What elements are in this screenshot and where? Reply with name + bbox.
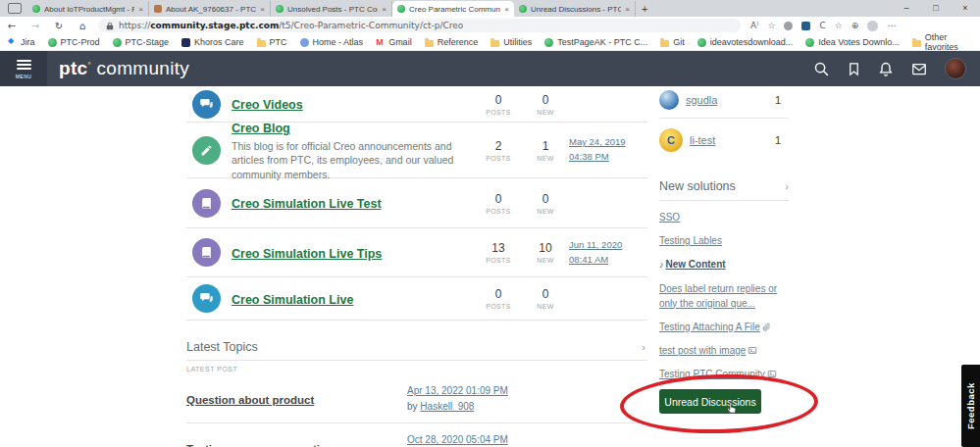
posts-count: 0: [475, 192, 522, 206]
browser-tab-unsolved-posts[interactable]: Unsolved Posts - PTC Communi... ×: [271, 1, 392, 17]
browser-tab-creo-parametric-active[interactable]: Creo Parametric Community - P... ×: [392, 1, 514, 17]
avatar[interactable]: [659, 90, 679, 110]
bookmarks-bar: Jira PTC-Prod PTC-Stage Khoros Care PTC …: [0, 34, 980, 51]
forum-link[interactable]: Creo Videos: [232, 98, 303, 112]
refresh-icon[interactable]: ↻: [47, 21, 71, 31]
home-icon[interactable]: ⌂: [71, 21, 94, 31]
close-tab-icon[interactable]: ×: [625, 5, 630, 14]
chevron-right-icon[interactable]: ›: [785, 180, 789, 192]
collections-icon[interactable]: C: [819, 21, 825, 30]
back-icon[interactable]: ←: [0, 21, 24, 31]
solution-link-does-label-return[interactable]: Does label return replies or only the or…: [659, 281, 789, 311]
topic-date-link[interactable]: Oct 28, 2020 05:04 PM: [407, 434, 508, 445]
forward-icon[interactable]: →: [24, 21, 47, 31]
bookmark-home-atlas[interactable]: Home - Atlas: [300, 37, 364, 47]
bookmark-label: Git: [673, 37, 685, 47]
last-post-date: Jun 11, 202008:41 AM: [569, 238, 647, 267]
chevron-right-icon[interactable]: ›: [642, 341, 645, 353]
solution-link-new-content[interactable]: ♪New Content: [659, 257, 789, 273]
browser-tab-unread-discussions[interactable]: Unread Discussions - PTC Comm... ×: [514, 1, 636, 17]
browser-profile-avatar[interactable]: [867, 21, 878, 31]
tab-manager-icon[interactable]: [8, 3, 22, 14]
close-window-icon[interactable]: ×: [951, 0, 980, 17]
url-input[interactable]: https://community.stage.ptc.com/t5/Creo-…: [98, 19, 741, 32]
bookmark-ptc-stage[interactable]: PTC-Stage: [113, 37, 170, 47]
bookmark-gmail[interactable]: Gmail: [376, 37, 412, 47]
forum-link[interactable]: Creo Simulation Live Test: [232, 197, 382, 211]
new-count: 0: [522, 192, 569, 206]
solution-link-testing-attaching-a-file[interactable]: Testing Attaching A File: [659, 320, 789, 334]
forum-link[interactable]: Creo Simulation Live: [232, 293, 353, 307]
user-avatar[interactable]: [945, 58, 966, 79]
extension-icon[interactable]: [784, 22, 793, 30]
tab-title: About AK_9760637 - PTC Comm...: [166, 5, 256, 14]
user-count: 1: [775, 94, 781, 106]
bookmark-folder-utilities[interactable]: Utilities: [490, 37, 532, 47]
unread-discussions-button[interactable]: Unread Discussions: [659, 389, 761, 414]
lock-icon: [106, 22, 114, 30]
bookmark-folder-ptc[interactable]: PTC: [257, 37, 287, 47]
bookmark-folder-git[interactable]: Git: [660, 37, 685, 47]
close-tab-icon[interactable]: ×: [382, 5, 387, 14]
posts-count: 0: [475, 93, 522, 107]
close-tab-icon[interactable]: ×: [260, 5, 265, 14]
favorites-settings-icon[interactable]: ☆: [767, 21, 775, 30]
bell-icon[interactable]: [878, 61, 894, 77]
folder-icon: [490, 40, 499, 47]
book-icon: [192, 238, 221, 267]
avatar[interactable]: C: [659, 128, 683, 152]
extension-icon[interactable]: [801, 22, 810, 30]
solution-link-test-post-with-image[interactable]: test post with image: [659, 343, 789, 358]
topic-date-link[interactable]: Apr 13, 2022 01:09 PM: [407, 385, 508, 396]
maximize-window-icon[interactable]: □: [921, 0, 951, 17]
topic-link[interactable]: Testing a new conversation: [186, 443, 334, 447]
forum-link[interactable]: Creo Simulation Live Tips: [232, 247, 382, 261]
browser-tab-iotproductmgmt[interactable]: About IoTProductMgmt - PTC C... ×: [27, 1, 149, 17]
date-link[interactable]: Jun 11, 2020: [569, 239, 622, 250]
favorite-star-icon[interactable]: ☆: [835, 21, 843, 30]
user-link-sgudla[interactable]: sgudla: [686, 94, 717, 106]
topic-author-link[interactable]: Haskell_908: [420, 401, 474, 412]
bookmark-ideavotesdownload[interactable]: ideavotesdownload...: [697, 37, 794, 47]
bookmark-testpageak[interactable]: TestPageAK - PTC C...: [544, 37, 647, 47]
settings-dots-icon[interactable]: ⋯: [887, 21, 896, 30]
new-tab-button[interactable]: +: [642, 3, 647, 15]
bookmark-ptc-prod[interactable]: PTC-Prod: [48, 37, 100, 47]
forum-row-creo-blog: Creo Blog This blog is for official Creo…: [186, 123, 647, 178]
solution-link-testing-lables[interactable]: Testing Lables: [659, 233, 789, 248]
posts-count: 13: [475, 241, 522, 255]
bookmark-jira[interactable]: Jira: [8, 37, 35, 47]
ptc-favicon: [397, 5, 405, 13]
time-link[interactable]: 08:41 AM: [569, 254, 608, 265]
menu-button[interactable]: MENU: [0, 51, 47, 86]
feedback-tab[interactable]: Feedback: [961, 365, 980, 447]
posts-count: 0: [475, 287, 522, 301]
user-link-li-test[interactable]: li-test: [690, 134, 715, 146]
search-icon[interactable]: [813, 61, 830, 77]
browser-tab-ak[interactable]: About AK_9760637 - PTC Comm... ×: [149, 1, 271, 17]
topic-link[interactable]: Question about product: [186, 394, 314, 406]
mouse-cursor-icon: [725, 400, 740, 417]
read-aloud-icon[interactable]: A⁾: [750, 21, 758, 30]
close-tab-icon[interactable]: ×: [504, 5, 509, 14]
time-link[interactable]: 04:38 PM: [569, 151, 609, 162]
close-tab-icon[interactable]: ×: [138, 5, 143, 14]
solution-link-sso[interactable]: SSO: [659, 210, 789, 224]
solution-link-testing-ptc-community[interactable]: Testing PTC Community: [659, 367, 789, 381]
mail-icon[interactable]: [910, 62, 928, 76]
bookmark-idea-votes[interactable]: Idea Votes Downlo...: [805, 37, 900, 47]
add-collection-icon[interactable]: ⊕: [851, 21, 859, 30]
forum-row-creo-simulation-live: Creo Simulation Live 0POSTS 0NEW: [186, 277, 647, 321]
posts-label: POSTS: [475, 155, 522, 162]
bookmark-icon[interactable]: [847, 61, 861, 77]
ptc-community-logo[interactable]: ptc° community: [59, 58, 189, 79]
bookmark-label: Idea Votes Downlo...: [818, 37, 900, 47]
new-count: 0: [522, 93, 569, 107]
forum-link[interactable]: Creo Blog: [232, 122, 290, 135]
other-favorites-button[interactable]: Other favorites: [912, 32, 972, 52]
date-link[interactable]: May 24, 2019: [569, 136, 626, 147]
minimize-window-icon[interactable]: –: [892, 0, 921, 17]
bookmark-khoros-care[interactable]: Khoros Care: [181, 37, 244, 47]
bookmark-folder-reference[interactable]: Reference: [425, 37, 479, 47]
chat-icon: [192, 284, 221, 313]
